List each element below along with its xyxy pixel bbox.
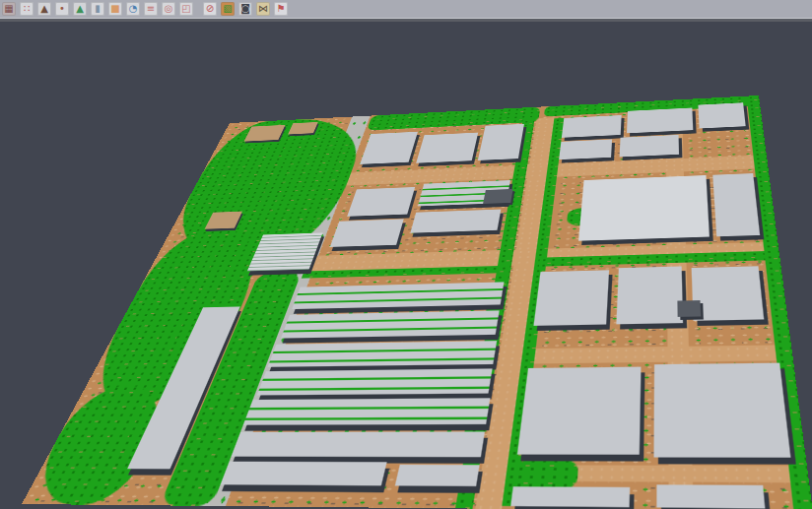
- building: [616, 266, 683, 324]
- building: [654, 363, 791, 458]
- globe-icon[interactable]: ◔: [126, 2, 140, 16]
- building: [562, 115, 622, 138]
- building: [478, 124, 524, 160]
- profile-icon[interactable]: ▮: [91, 2, 104, 16]
- point-cloud-icon[interactable]: ▦: [2, 2, 16, 16]
- warehouse: [221, 462, 387, 486]
- warehouse: [395, 465, 480, 486]
- warehouse: [281, 310, 500, 338]
- building: [533, 270, 609, 326]
- ring-icon[interactable]: ◎: [162, 2, 175, 16]
- ground-point-icon[interactable]: •: [55, 2, 69, 16]
- list-lines-icon[interactable]: ≡: [144, 2, 158, 16]
- building: [656, 484, 765, 508]
- building: [620, 135, 679, 157]
- building: [416, 133, 478, 163]
- mesh-icon[interactable]: ◙: [238, 2, 252, 16]
- building: [360, 132, 418, 164]
- warehouse: [268, 341, 498, 367]
- building: [510, 486, 630, 507]
- building: [410, 210, 501, 233]
- point-cloud-terrain: [22, 95, 812, 509]
- building: [627, 108, 693, 134]
- toolbar: ▦∷▲•▲▮■◔≡◎◰ ⊘▧◙⋈⚑: [0, 0, 812, 18]
- classify-points-icon[interactable]: ∷: [20, 2, 34, 16]
- large-building: [578, 175, 710, 241]
- cross-section-icon[interactable]: ⋈: [256, 2, 270, 16]
- warehouse: [257, 368, 493, 395]
- vegetation-icon[interactable]: ▲: [73, 2, 87, 16]
- dark-roof-building: [677, 300, 701, 317]
- building: [698, 102, 745, 128]
- toolbar-group-1: ▦∷▲•▲▮■◔≡◎◰: [2, 2, 193, 16]
- street: [521, 345, 793, 363]
- 3d-viewport[interactable]: [0, 22, 812, 509]
- dark-roof-building: [483, 189, 513, 204]
- clear-selection-icon[interactable]: ⊘: [203, 2, 217, 16]
- flag-icon[interactable]: ⚑: [274, 2, 288, 16]
- ortho-square-icon[interactable]: ■: [108, 2, 122, 16]
- warehouse: [243, 398, 491, 424]
- building: [330, 219, 404, 246]
- building: [517, 367, 642, 455]
- building: [347, 187, 415, 217]
- building: [712, 173, 760, 236]
- terrain-icon[interactable]: ▲: [37, 2, 51, 16]
- toolbar-group-2: ⊘▧◙⋈⚑: [203, 2, 288, 16]
- warehouse: [232, 431, 485, 457]
- classification-palette-icon[interactable]: ▧: [221, 2, 235, 16]
- warehouse: [292, 282, 504, 309]
- fit-bounds-icon[interactable]: ◰: [179, 2, 193, 16]
- building: [559, 139, 612, 159]
- building: [692, 266, 765, 321]
